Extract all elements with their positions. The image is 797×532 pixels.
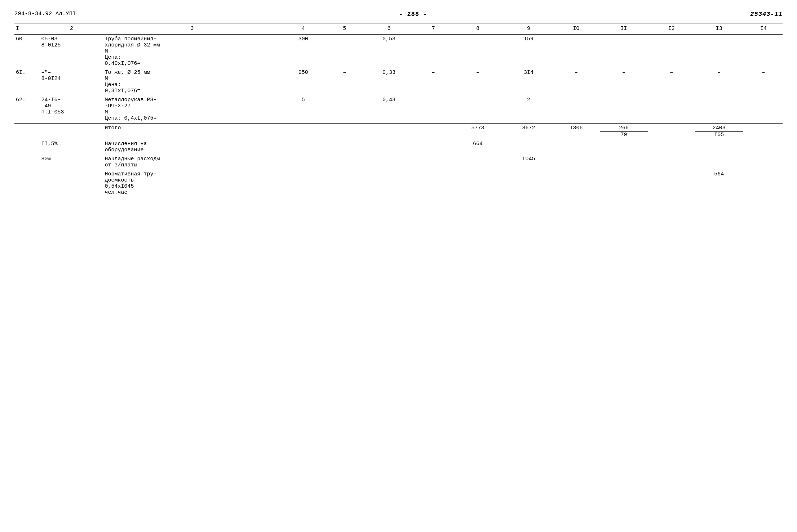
totals-col13-num: 2403 bbox=[695, 125, 743, 132]
totals-col13-den: I05 bbox=[695, 132, 743, 138]
table-row: 60. 05-03 8-0I25 Труба поливинил- хлорид… bbox=[14, 34, 783, 68]
normativ-col10: – bbox=[554, 170, 598, 197]
naklad-percent: 80% bbox=[40, 155, 103, 170]
row-col14: – bbox=[744, 68, 783, 95]
totals-label: Итого bbox=[103, 123, 281, 139]
nachisl-label: Начисления на оборудование bbox=[103, 139, 281, 155]
row-col13: – bbox=[694, 95, 744, 123]
nachisl-col11 bbox=[598, 139, 649, 155]
row-col8: – bbox=[452, 34, 503, 68]
normativ-col4 bbox=[281, 170, 326, 197]
col-header-7: 7 bbox=[414, 23, 452, 34]
row-col9: 2 bbox=[503, 95, 554, 123]
row-col6: 0,43 bbox=[364, 95, 415, 123]
totals-col12: – bbox=[649, 123, 694, 139]
nachisl-col14 bbox=[744, 139, 783, 155]
normativ-col2 bbox=[40, 170, 103, 197]
row-col8: – bbox=[452, 95, 503, 123]
totals-col6: – bbox=[364, 123, 415, 139]
nachisl-row: II,5% Начисления на оборудование – – – 6… bbox=[14, 139, 783, 155]
col-header-3: 3 bbox=[103, 23, 281, 34]
normativ-col14 bbox=[744, 170, 783, 197]
row-desc: Металлорукав РЗ- -ЦЧ-Х-27 М Цена: 0,4хI,… bbox=[103, 95, 281, 123]
row-col7: – bbox=[414, 68, 452, 95]
main-table: I 2 3 4 5 6 7 8 9 IO II I2 I3 I4 60. 05-… bbox=[14, 23, 783, 197]
nachisl-col1 bbox=[14, 139, 40, 155]
row-col11: – bbox=[598, 95, 649, 123]
col-header-5: 5 bbox=[326, 23, 364, 34]
totals-row: Итого – – – 5773 8672 I306 266 79 – 2403… bbox=[14, 123, 783, 139]
row-col5: – bbox=[326, 95, 364, 123]
row-desc: То же, Ø 25 мм М Цена: 0,3IхI,076= bbox=[103, 68, 281, 95]
row-col5: – bbox=[326, 68, 364, 95]
naklad-col1 bbox=[14, 155, 40, 170]
header-center: - 288 - bbox=[399, 11, 427, 18]
totals-col2 bbox=[40, 123, 103, 139]
row-num: 60. bbox=[14, 34, 40, 68]
normativ-col6: – bbox=[364, 170, 415, 197]
nachisl-col12 bbox=[649, 139, 694, 155]
nachisl-col7: – bbox=[414, 139, 452, 155]
naklad-col6: – bbox=[364, 155, 415, 170]
row-col9: I59 bbox=[503, 34, 554, 68]
nachisl-col8: 664 bbox=[452, 139, 503, 155]
naklad-col13 bbox=[694, 155, 744, 170]
col-header-14: I4 bbox=[744, 23, 783, 34]
col-header-9: 9 bbox=[503, 23, 554, 34]
row-code: –"– 8-0I24 bbox=[40, 68, 103, 95]
naklad-col9: I045 bbox=[503, 155, 554, 170]
nachisl-col10 bbox=[554, 139, 598, 155]
normativ-col5: – bbox=[326, 170, 364, 197]
totals-col11: 266 79 bbox=[598, 123, 649, 139]
normativ-col12: – bbox=[649, 170, 694, 197]
row-col10: – bbox=[554, 95, 598, 123]
row-col5: – bbox=[326, 34, 364, 68]
nachisl-col6: – bbox=[364, 139, 415, 155]
column-headers: I 2 3 4 5 6 7 8 9 IO II I2 I3 I4 bbox=[14, 23, 783, 34]
naklad-row: 80% Накладные расходы от з/платы – – – –… bbox=[14, 155, 783, 170]
normativ-col11: – bbox=[598, 170, 649, 197]
totals-col5: – bbox=[326, 123, 364, 139]
naklad-col11 bbox=[598, 155, 649, 170]
table-row: 6I. –"– 8-0I24 То же, Ø 25 мм М Цена: 0,… bbox=[14, 68, 783, 95]
row-col12: – bbox=[649, 34, 694, 68]
normativ-col9: – bbox=[503, 170, 554, 197]
page-header: 294-8-34.92 Ал.УПI - 288 - 25343-11 bbox=[14, 11, 783, 19]
totals-col11-den: 79 bbox=[600, 132, 648, 138]
normativ-col8: – bbox=[452, 170, 503, 197]
nachisl-col13 bbox=[694, 139, 744, 155]
row-col6: 0,53 bbox=[364, 34, 415, 68]
naklad-col14 bbox=[744, 155, 783, 170]
row-col9: 3I4 bbox=[503, 68, 554, 95]
col-header-2: 2 bbox=[40, 23, 103, 34]
col-header-1: I bbox=[14, 23, 40, 34]
table-row: 62. 24-I6- –49 п.I-053 Металлорукав РЗ- … bbox=[14, 95, 783, 123]
header-left: 294-8-34.92 Ал.УПI bbox=[14, 11, 76, 17]
normativ-col13: 564 bbox=[694, 170, 744, 197]
row-col11: – bbox=[598, 68, 649, 95]
row-num: 62. bbox=[14, 95, 40, 123]
naklad-col8: – bbox=[452, 155, 503, 170]
row-col6: 0,33 bbox=[364, 68, 415, 95]
row-code: 05-03 8-0I25 bbox=[40, 34, 103, 68]
naklad-col7: – bbox=[414, 155, 452, 170]
naklad-col10 bbox=[554, 155, 598, 170]
naklad-col5: – bbox=[326, 155, 364, 170]
nachisl-col5: – bbox=[326, 139, 364, 155]
totals-col13: 2403 I05 bbox=[694, 123, 744, 139]
row-col8: – bbox=[452, 68, 503, 95]
row-col7: – bbox=[414, 34, 452, 68]
header-right: 25343-11 bbox=[750, 11, 783, 18]
col-header-11: II bbox=[598, 23, 649, 34]
normativ-row: Нормативная тру- доемкость 0,54хI045 чел… bbox=[14, 170, 783, 197]
normativ-col7: – bbox=[414, 170, 452, 197]
row-col4: 300 bbox=[281, 34, 326, 68]
totals-col7: – bbox=[414, 123, 452, 139]
row-col10: – bbox=[554, 68, 598, 95]
totals-col11-num: 266 bbox=[600, 125, 648, 132]
totals-col4 bbox=[281, 123, 326, 139]
col-header-6: 6 bbox=[364, 23, 415, 34]
nachisl-percent: II,5% bbox=[40, 139, 103, 155]
row-col14: – bbox=[744, 95, 783, 123]
row-col7: – bbox=[414, 95, 452, 123]
